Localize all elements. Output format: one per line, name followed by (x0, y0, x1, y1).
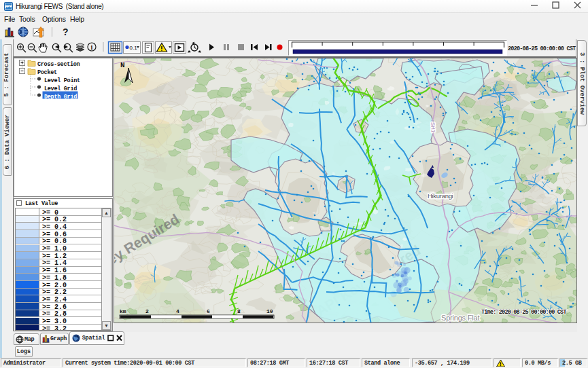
svg-text:Springs Flat: Springs Flat (441, 314, 479, 322)
svg-text:2: 2 (145, 308, 149, 314)
svg-text:Level Grid: Level Grid (44, 86, 77, 92)
svg-text:i: i (91, 43, 93, 51)
svg-text:Pocket: Pocket (37, 69, 57, 76)
svg-text:4: 4 (176, 308, 179, 314)
svg-text:6: 6 (207, 308, 210, 314)
svg-text:km: km (120, 308, 126, 314)
svg-text:0.1: 0.1 (130, 45, 138, 51)
svg-text:Hikurangi: Hikurangi (428, 192, 453, 200)
svg-text:Cross-section: Cross-section (37, 61, 80, 68)
svg-text:N: N (120, 61, 125, 69)
svg-text:Time: 2020-08-25 00:00:00 CST: Time: 2020-08-25 00:00:00 CST (481, 309, 566, 316)
svg-text:10: 10 (266, 308, 273, 314)
svg-text:8: 8 (237, 308, 241, 314)
svg-text:Level Point: Level Point (44, 77, 80, 84)
svg-text:SH1: SH1 (430, 122, 436, 134)
svg-text:Depth Grid: Depth Grid (44, 94, 77, 100)
